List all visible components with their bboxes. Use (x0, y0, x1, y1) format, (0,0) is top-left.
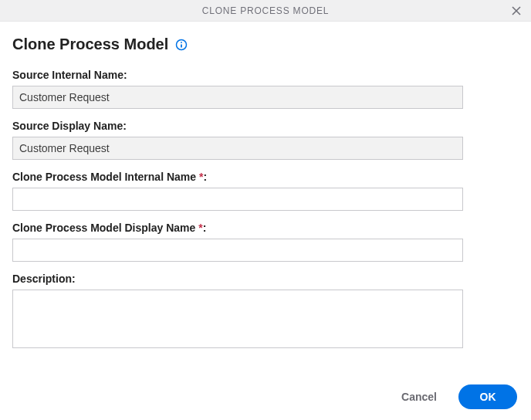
close-button[interactable] (506, 1, 526, 21)
field-source-internal-name: Source Internal Name: (12, 69, 519, 109)
clone-display-name-input[interactable] (12, 239, 463, 262)
label-source-internal-name: Source Internal Name: (12, 69, 519, 81)
info-icon[interactable] (174, 38, 188, 52)
label-description: Description: (12, 273, 519, 285)
dialog-content: Clone Process Model Source Internal Name… (0, 22, 531, 377)
dialog-footer: Cancel OK (0, 377, 531, 420)
dialog-title: CLONE PROCESS MODEL (202, 5, 330, 16)
label-source-display-name: Source Display Name: (12, 120, 519, 132)
description-textarea[interactable] (12, 290, 463, 348)
svg-point-4 (181, 42, 182, 43)
page-heading: Clone Process Model (12, 36, 168, 53)
close-icon (510, 5, 523, 17)
clone-internal-name-input[interactable] (12, 188, 463, 211)
field-source-display-name: Source Display Name: (12, 120, 519, 160)
field-clone-internal-name: Clone Process Model Internal Name *: (12, 171, 519, 211)
label-text: Clone Process Model Internal Name (12, 171, 199, 183)
source-internal-name-input (12, 86, 463, 109)
field-clone-display-name: Clone Process Model Display Name *: (12, 222, 519, 262)
field-description: Description: (12, 273, 519, 348)
label-text: : (203, 222, 207, 234)
label-clone-display-name: Clone Process Model Display Name *: (12, 222, 519, 234)
label-text: Clone Process Model Display Name (12, 222, 198, 234)
clone-process-model-dialog: CLONE PROCESS MODEL Clone Process Model (0, 0, 531, 420)
label-clone-internal-name: Clone Process Model Internal Name *: (12, 171, 519, 183)
cancel-button[interactable]: Cancel (395, 386, 443, 408)
dialog-titlebar: CLONE PROCESS MODEL (0, 0, 531, 22)
ok-button[interactable]: OK (458, 384, 517, 409)
source-display-name-input (12, 137, 463, 160)
page-heading-row: Clone Process Model (12, 36, 519, 53)
label-text: : (203, 171, 207, 183)
